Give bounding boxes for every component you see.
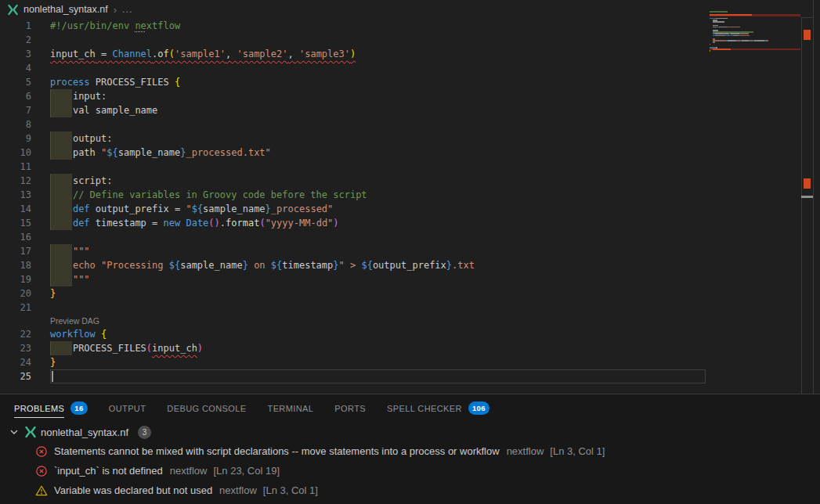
chevron-down-icon[interactable] [8, 426, 20, 438]
overview-ruler-border [801, 17, 802, 394]
indent-highlight [50, 131, 72, 146]
line-number[interactable]: 3 [0, 47, 31, 61]
line-number[interactable]: 9 [0, 131, 31, 146]
panel-tab-spell-checker[interactable]: SPELL CHECKER106 [387, 394, 489, 422]
problem-message: `input_ch` is not defined [54, 465, 163, 477]
indent-highlight [50, 146, 72, 160]
code-lines: 1#!/usr/bin/env nextflow23input_ch = Cha… [0, 19, 813, 383]
minimap[interactable] [710, 11, 800, 54]
line-number[interactable]: 21 [0, 301, 31, 315]
indent-highlight [50, 174, 72, 188]
code-line[interactable]: 4 [0, 61, 813, 75]
line-number[interactable]: 8 [0, 117, 31, 131]
error-icon [35, 445, 48, 458]
breadcrumb-ellipsis[interactable]: ... [122, 4, 132, 15]
code-line[interactable]: 21 [0, 301, 813, 315]
line-number[interactable]: 4 [0, 61, 31, 75]
line-number[interactable]: 13 [0, 188, 31, 202]
code-line[interactable]: 14 def output_prefix = "${sample_name}_p… [0, 202, 813, 216]
overview-error-marker[interactable] [804, 30, 811, 40]
problem-source: nextflow [219, 484, 257, 496]
code-line[interactable]: 11 [0, 160, 813, 174]
line-number[interactable]: 2 [0, 33, 31, 47]
indent-highlight [50, 341, 72, 355]
line-number[interactable]: 14 [0, 202, 31, 216]
code-line[interactable]: 8 [0, 117, 813, 131]
code-line[interactable]: 7 val sample_name [0, 103, 813, 117]
indent-highlight [50, 216, 72, 230]
code-line[interactable]: 24} [0, 355, 813, 369]
problems-file-row[interactable]: nonlethal_syntax.nf 3 [0, 423, 820, 441]
line-number[interactable]: 15 [0, 216, 31, 230]
panel-tab-problems[interactable]: PROBLEMS16 [14, 394, 88, 422]
problems-count-badge: 3 [138, 426, 151, 439]
panel-tab-ports[interactable]: PORTS [334, 394, 366, 422]
code-line[interactable]: 12 script: [0, 174, 813, 188]
problem-message: Statements cannot be mixed with script d… [54, 445, 500, 457]
line-number[interactable]: 19 [0, 272, 31, 286]
text-cursor [52, 371, 53, 382]
code-line[interactable]: 2 [0, 33, 813, 47]
code-line[interactable]: 23 PROCESS_FILES(input_ch) [0, 341, 813, 355]
line-number[interactable]: 1 [0, 19, 31, 33]
breadcrumb-separator-icon: › [114, 4, 117, 16]
current-line-border [50, 369, 706, 383]
problem-source: nextflow [507, 445, 544, 457]
code-line[interactable]: 9 output: [0, 131, 813, 146]
code-line[interactable]: 15 def timestamp = new Date().format("yy… [0, 216, 813, 230]
code-line[interactable]: 25 [0, 369, 813, 383]
line-number[interactable]: 22 [0, 327, 31, 341]
indent-highlight [50, 202, 72, 216]
code-line[interactable]: 3input_ch = Channel.of('sample1', 'sampl… [0, 47, 813, 61]
problems-tree: nonlethal_syntax.nf 3 Statements cannot … [0, 422, 820, 500]
line-number[interactable]: 5 [0, 75, 31, 89]
line-number[interactable]: 16 [0, 230, 31, 244]
code-line[interactable]: 18 echo "Processing ${sample_name} on ${… [0, 258, 813, 272]
code-line[interactable]: 5process PROCESS_FILES { [0, 75, 813, 89]
problem-row[interactable]: Statements cannot be mixed with script d… [0, 441, 820, 461]
line-number[interactable]: 24 [0, 355, 31, 369]
breadcrumb-file[interactable]: nonlethal_syntax.nf [23, 4, 108, 15]
code-line[interactable]: 13 // Define variables in Groovy code be… [0, 188, 813, 202]
indent-highlight [50, 89, 72, 103]
line-number[interactable]: 17 [0, 244, 31, 258]
problem-row[interactable]: `input_ch` is not definednextflow[Ln 23,… [0, 461, 820, 481]
code-lens-link[interactable]: Preview DAG [50, 316, 99, 326]
code-line[interactable]: 10 path "${sample_name}_processed.txt" [0, 146, 813, 160]
code-line[interactable]: 6 input: [0, 89, 813, 103]
overview-error-marker[interactable] [804, 178, 811, 189]
line-number[interactable]: 20 [0, 286, 31, 301]
line-number[interactable]: 23 [0, 341, 31, 355]
line-number[interactable]: 11 [0, 160, 31, 174]
problem-source: nextflow [170, 465, 208, 477]
nextflow-icon [24, 426, 37, 438]
problem-rows: Statements cannot be mixed with script d… [0, 441, 820, 500]
line-number[interactable]: 12 [0, 174, 31, 188]
code-line[interactable]: 16 [0, 230, 813, 244]
panel-tab-terminal[interactable]: TERMINAL [268, 394, 314, 422]
editor-right-border [813, 0, 814, 394]
tab-badge: 106 [468, 401, 489, 415]
minimap-line [710, 52, 800, 54]
nextflow-icon [7, 4, 19, 16]
warning-icon [35, 484, 48, 497]
panel-tabs: PROBLEMS16OUTPUTDEBUG CONSOLETERMINALPOR… [0, 394, 820, 422]
problem-message: Variable was declared but not used [54, 484, 212, 496]
line-number[interactable]: 7 [0, 103, 31, 117]
problem-location: [Ln 23, Col 19] [213, 465, 280, 477]
code-line[interactable]: 22workflow { [0, 327, 813, 341]
panel-tab-debug-console[interactable]: DEBUG CONSOLE [167, 394, 246, 422]
problem-row[interactable]: Variable was declared but not usednextfl… [0, 481, 820, 500]
panel-tab-output[interactable]: OUTPUT [109, 394, 146, 422]
code-line[interactable]: 17 """ [0, 244, 813, 258]
code-line[interactable]: 19 """ [0, 272, 813, 286]
line-number[interactable]: 6 [0, 89, 31, 103]
line-number[interactable]: 18 [0, 258, 31, 272]
code-line[interactable]: 20} [0, 286, 813, 301]
code-line[interactable]: 1#!/usr/bin/env nextflow [0, 19, 813, 33]
line-number[interactable]: 10 [0, 146, 31, 160]
overview-cursor-marker [801, 196, 813, 198]
tab-badge: 16 [70, 401, 87, 415]
line-number[interactable]: 25 [0, 369, 31, 383]
bottom-panel: PROBLEMS16OUTPUTDEBUG CONSOLETERMINALPOR… [0, 394, 820, 504]
